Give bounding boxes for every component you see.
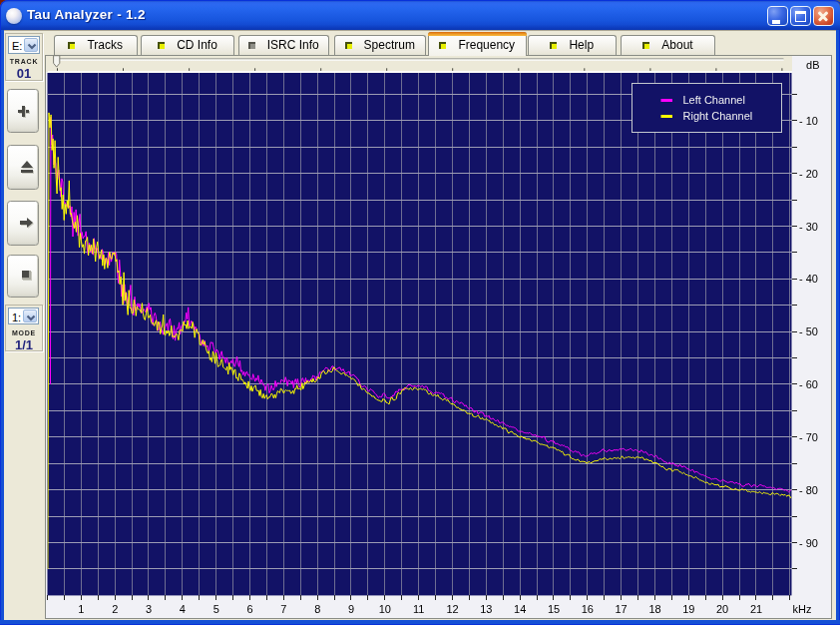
svg-text:16: 16 [582, 603, 594, 615]
svg-text:11: 11 [413, 603, 424, 615]
svg-text:9: 9 [348, 603, 354, 615]
svg-text:21: 21 [750, 603, 762, 615]
svg-text:- 60: - 60 [799, 378, 818, 390]
svg-text:1: 1 [78, 603, 84, 615]
svg-text:10: 10 [379, 603, 391, 615]
svg-text:Left Channel: Left Channel [683, 94, 745, 106]
svg-text:- 80: - 80 [799, 484, 818, 496]
svg-text:- 10: - 10 [799, 115, 818, 127]
svg-text:6: 6 [246, 603, 252, 615]
svg-text:18: 18 [648, 603, 660, 615]
svg-text:dB: dB [806, 59, 819, 71]
svg-text:2: 2 [112, 603, 118, 615]
svg-text:kHz: kHz [793, 603, 812, 615]
svg-text:- 30: - 30 [799, 221, 818, 233]
svg-text:- 20: - 20 [799, 168, 818, 180]
svg-text:20: 20 [716, 603, 728, 615]
svg-text:14: 14 [514, 603, 526, 615]
svg-text:- 40: - 40 [799, 273, 818, 285]
svg-text:4: 4 [180, 603, 186, 615]
svg-text:17: 17 [615, 603, 627, 615]
svg-text:7: 7 [280, 603, 286, 615]
svg-text:- 70: - 70 [799, 431, 818, 443]
svg-text:5: 5 [213, 603, 219, 615]
svg-text:13: 13 [480, 603, 492, 615]
svg-text:8: 8 [314, 603, 320, 615]
svg-text:Right Channel: Right Channel [683, 110, 753, 122]
svg-text:- 90: - 90 [799, 537, 818, 549]
svg-text:- 50: - 50 [799, 325, 818, 337]
svg-text:19: 19 [682, 603, 694, 615]
svg-text:12: 12 [446, 603, 458, 615]
svg-text:15: 15 [548, 603, 560, 615]
svg-text:3: 3 [146, 603, 152, 615]
